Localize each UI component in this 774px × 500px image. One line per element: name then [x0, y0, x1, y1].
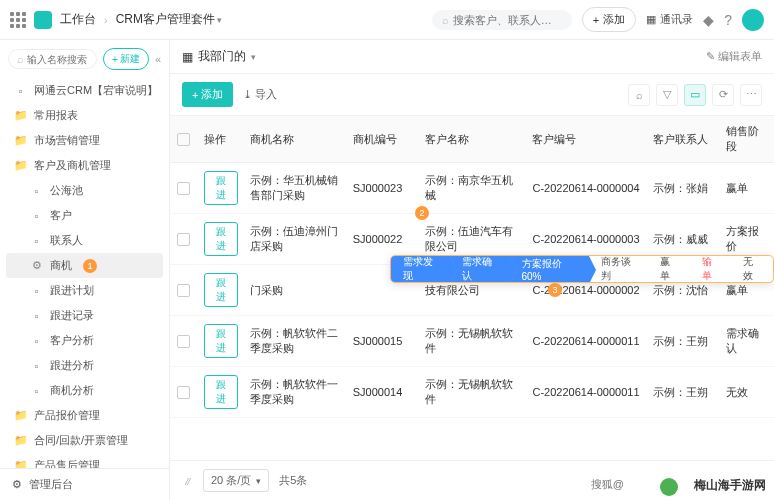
nav-subitem[interactable]: ▫联系人 [0, 228, 169, 253]
plus-icon: + [192, 89, 198, 101]
folder-icon: 📁 [14, 134, 27, 147]
global-search[interactable]: ⌕ [432, 10, 572, 30]
nav-subitem[interactable]: ▫商机分析 [0, 378, 169, 403]
add-record-button[interactable]: +添加 [182, 82, 233, 107]
nav-item[interactable]: 📁客户及商机管理 [0, 153, 169, 178]
doc-icon: ▫ [14, 85, 27, 97]
cell-code: SJ000023 [347, 163, 419, 213]
breadcrumb-root[interactable]: 工作台 [60, 11, 96, 28]
nav-subitem[interactable]: ▫客户 [0, 203, 169, 228]
doc-icon: ▫ [30, 335, 43, 347]
import-button[interactable]: ⤓导入 [243, 87, 277, 102]
main-panel: ▦ 我部门的 ▾ ✎ 编辑表单 +添加 ⤓导入 ⌕ ▽ ▭ ⟳ ⋯ [170, 40, 774, 500]
nav-item[interactable]: 📁市场营销管理 [0, 128, 169, 153]
doc-icon: ▫ [30, 210, 43, 222]
col-contact[interactable]: 客户联系人 [647, 116, 719, 162]
stage-step[interactable]: 方案报价 60% [510, 256, 589, 282]
nav-subitem[interactable]: ▫客户分析 [0, 328, 169, 353]
stage-step[interactable]: 输单 [690, 256, 732, 282]
cell-stage: 需求确认 [720, 316, 774, 366]
nav-item[interactable]: 📁产品售后管理 [0, 453, 169, 468]
col-customer-code[interactable]: 客户编号 [526, 116, 647, 162]
nav-label: 市场营销管理 [34, 133, 100, 148]
follow-button[interactable]: 跟进 [204, 273, 238, 307]
data-table: 操作 商机名称 商机编号 客户名称 客户编号 客户联系人 销售阶段 跟进示例：华… [170, 115, 774, 460]
more-icon[interactable]: ⋯ [740, 84, 762, 106]
nav-label: 客户分析 [50, 333, 94, 348]
select-all-checkbox[interactable] [177, 133, 190, 146]
search-tool-icon[interactable]: ⌕ [628, 84, 650, 106]
nav-label: 产品售后管理 [34, 458, 100, 468]
page-size-select[interactable]: 20 条/页▾ [203, 469, 269, 492]
add-button[interactable]: +添加 [582, 7, 636, 32]
sidebar-search-input[interactable] [27, 54, 88, 65]
col-name[interactable]: 商机名称 [244, 116, 347, 162]
global-search-input[interactable] [453, 14, 562, 26]
refresh-icon[interactable]: ⟳ [712, 84, 734, 106]
nav-label: 跟进分析 [50, 358, 94, 373]
table-row[interactable]: 跟进示例：帆软软件一季度采购SJ000014示例：无锡帆软软件C-2022061… [170, 367, 774, 418]
cell-name: 门采购 [244, 265, 347, 315]
stage-step[interactable]: 商务谈判 [589, 256, 648, 282]
nav-item[interactable]: 📁产品报价管理 [0, 403, 169, 428]
row-checkbox[interactable] [177, 335, 190, 348]
admin-link[interactable]: ⚙管理后台 [0, 468, 169, 500]
plus-icon: + [593, 14, 599, 26]
stage-step[interactable]: 需求发现 [391, 256, 450, 282]
col-customer[interactable]: 客户名称 [419, 116, 527, 162]
col-stage[interactable]: 销售阶段 [720, 116, 774, 162]
sidebar-search[interactable]: ⌕ [8, 49, 97, 69]
nav-tree: ▫网通云CRM【宕审说明】📁常用报表📁市场营销管理📁客户及商机管理▫公海池▫客户… [0, 78, 169, 468]
avatar[interactable] [742, 9, 764, 31]
filter-icon[interactable]: ▽ [656, 84, 678, 106]
nav-subitem[interactable]: ▫跟进计划 [0, 278, 169, 303]
view-selector[interactable]: ▦ 我部门的 ▾ [182, 48, 256, 65]
stage-step[interactable]: 无效 [731, 256, 773, 282]
edit-form-link[interactable]: ✎ 编辑表单 [706, 49, 762, 64]
nav-item[interactable]: 📁常用报表 [0, 103, 169, 128]
cell-customer: 示例：南京华五机械 [419, 163, 527, 213]
row-checkbox[interactable] [177, 284, 190, 297]
stage-step[interactable]: 需求确认 [450, 256, 509, 282]
grid-icon: ▦ [182, 50, 193, 64]
table-row[interactable]: 跟进示例：帆软软件二季度采购SJ000015示例：无锡帆软软件C-2022061… [170, 316, 774, 367]
view-card-icon[interactable]: ▭ [684, 84, 706, 106]
collapse-pager-icon[interactable]: ⫽ [182, 475, 193, 487]
col-action: 操作 [198, 116, 244, 162]
nav-subitem[interactable]: ⚙商机1 [6, 253, 163, 278]
nav-item[interactable]: 📁合同/回款/开票管理 [0, 428, 169, 453]
follow-button[interactable]: 跟进 [204, 324, 238, 358]
follow-button[interactable]: 跟进 [204, 375, 238, 409]
chevron-down-icon: ▾ [251, 52, 256, 62]
bell-icon[interactable]: ◆ [703, 12, 714, 28]
folder-icon: 📁 [14, 434, 27, 447]
contacts-link[interactable]: ▦通讯录 [646, 12, 693, 27]
callout-badge-3: 3 [548, 283, 562, 297]
doc-icon: ▫ [30, 310, 43, 322]
row-checkbox[interactable] [177, 182, 190, 195]
follow-button[interactable]: 跟进 [204, 222, 238, 256]
cell-customer-code: C-20220614-0000011 [526, 367, 647, 417]
apps-icon[interactable] [10, 12, 26, 28]
table-row[interactable]: 跟进示例：华五机械销售部门采购SJ000023示例：南京华五机械C-202206… [170, 163, 774, 214]
breadcrumb-current[interactable]: CRM客户管理套件▾ [116, 11, 222, 28]
plus-icon: + [112, 54, 118, 65]
nav-subitem[interactable]: ▫跟进记录 [0, 303, 169, 328]
help-icon[interactable]: ? [724, 12, 732, 28]
row-checkbox[interactable] [177, 233, 190, 246]
search-icon: ⌕ [17, 53, 24, 65]
col-code[interactable]: 商机编号 [347, 116, 419, 162]
stage-step[interactable]: 赢单 [648, 256, 690, 282]
nav-subitem[interactable]: ▫跟进分析 [0, 353, 169, 378]
row-checkbox[interactable] [177, 386, 190, 399]
cell-customer-code: C-20220614-0000011 [526, 316, 647, 366]
new-button[interactable]: +新建 [103, 48, 149, 70]
pagination: ⫽ 20 条/页▾ 共5条 [170, 460, 774, 500]
nav-item[interactable]: ▫网通云CRM【宕审说明】 [0, 78, 169, 103]
cell-customer-code: C-20220614-0000004 [526, 163, 647, 213]
follow-button[interactable]: 跟进 [204, 171, 238, 205]
nav-subitem[interactable]: ▫公海池 [0, 178, 169, 203]
cell-contact: 示例：王朔 [647, 316, 719, 366]
collapse-sidebar-icon[interactable]: « [155, 53, 161, 65]
upload-icon: ⤓ [243, 88, 252, 101]
